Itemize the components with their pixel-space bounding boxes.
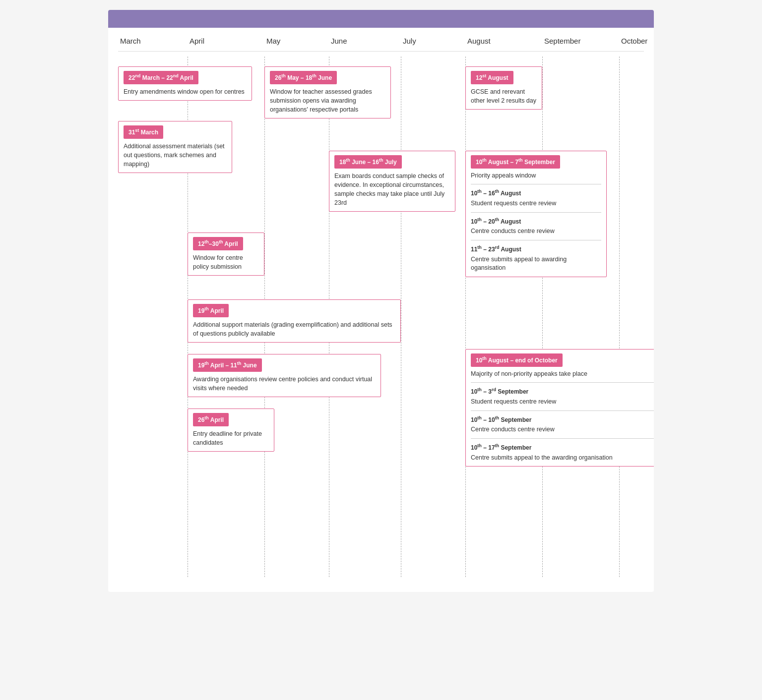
event-text: Awarding organisations review centre pol… — [193, 375, 376, 393]
section-text: Centre submits appeal to awarding ogansi… — [471, 255, 601, 273]
event-box: 19th AprilAdditional support materials (… — [188, 299, 401, 343]
timeline-area: MarchAprilMayJuneJulyAugustSeptemberOcto… — [108, 28, 654, 592]
section-subheading: 11th – 23rd August — [471, 244, 601, 254]
section-subheading: 10th – 16th August — [471, 188, 601, 198]
section-subheading: 10th – 10th September — [471, 415, 654, 424]
section-text: Centre conducts centre review — [471, 425, 654, 434]
page-header — [108, 10, 654, 28]
month-divider — [542, 57, 543, 577]
month-divider — [401, 57, 401, 577]
event-item-e11: 10th August – end of OctoberMajority of … — [465, 349, 654, 467]
event-box: 26th AprilEntry deadline for private can… — [188, 408, 274, 452]
event-badge: 26th April — [193, 413, 229, 426]
section-text: Centre submits appeal to the awarding or… — [471, 454, 654, 463]
event-item-e7: 19th April – 11th JuneAwarding organisat… — [188, 354, 381, 397]
event-badge: 22nd March – 22nd April — [124, 71, 198, 84]
event-box: 10th August – 7th SeptemberPriority appe… — [465, 151, 607, 277]
badge-row: 26th May – 18th June — [270, 71, 385, 84]
month-header: July — [401, 28, 465, 51]
event-item-e1: 22nd March – 22nd AprilEntry amendments … — [118, 66, 252, 101]
badge-row: 10th August – end of October — [471, 353, 654, 367]
section-text: Priority appeals window — [471, 172, 601, 180]
month-header: May — [264, 28, 329, 51]
event-item-e10: 10th August – 7th SeptemberPriority appe… — [465, 151, 607, 277]
event-badge: 12th–30th April — [193, 237, 243, 250]
event-badge: 18th June – 16th July — [334, 155, 402, 169]
month-header: October — [619, 28, 654, 51]
timeline-body: 22nd March – 22nd AprilEntry amendments … — [118, 57, 654, 577]
month-divider — [619, 57, 620, 577]
event-badge: 19th April – 11th June — [193, 358, 262, 372]
month-headers: MarchAprilMayJuneJulyAugustSeptemberOcto… — [118, 28, 644, 52]
badge-row: 22nd March – 22nd April — [124, 71, 247, 84]
event-item-e6: 19th AprilAdditional support materials (… — [188, 299, 401, 343]
event-badge: 10th August – 7th September — [471, 155, 560, 169]
badge-row: 10th August – 7th September — [471, 155, 601, 169]
badge-row: 19th April — [193, 304, 395, 317]
event-text: Additional assessment materials (set out… — [124, 142, 227, 169]
section-subheading: 10th – 3rd September — [471, 387, 654, 396]
badge-row: 18th June – 16th July — [334, 155, 450, 169]
month-header: June — [329, 28, 401, 51]
event-text: Entry amendments window open for centres — [124, 87, 247, 96]
section-text: Student requests centre review — [471, 398, 654, 407]
event-box: 10th August – end of OctoberMajority of … — [465, 349, 654, 467]
event-text: Window for centre policy submission — [193, 253, 259, 271]
event-text: Exam boards conduct sample checks of evi… — [334, 172, 450, 208]
event-item-e3: 26th May – 18th JuneWindow for teacher a… — [264, 66, 391, 118]
event-badge: 26th May – 18th June — [270, 71, 337, 84]
event-item-e2: 31st MarchAdditional assessment material… — [118, 121, 232, 173]
event-text: Entry deadline for private candidates — [193, 429, 269, 447]
month-header: August — [465, 28, 542, 51]
event-badge: 12st August — [471, 71, 513, 84]
event-box: 26th May – 18th JuneWindow for teacher a… — [264, 66, 391, 118]
month-header: April — [188, 28, 264, 51]
event-item-e5: 12th–30th AprilWindow for centre policy … — [188, 233, 264, 276]
event-box: 12st AugustGCSE and rerevant other level… — [465, 66, 542, 110]
section-text: Centre conducts centre review — [471, 227, 601, 236]
section-subheading: 10th – 17th September — [471, 443, 654, 452]
badge-row: 19th April – 11th June — [193, 358, 376, 372]
section-text: Majority of non-priority appeaks take pl… — [471, 370, 654, 379]
event-box: 18th June – 16th JulyExam boards conduct… — [329, 151, 455, 212]
page-container: MarchAprilMayJuneJulyAugustSeptemberOcto… — [108, 10, 654, 592]
event-box: 31st MarchAdditional assessment material… — [118, 121, 232, 173]
badge-row: 12th–30th April — [193, 237, 259, 250]
event-badge: 19th April — [193, 304, 229, 317]
month-divider — [465, 57, 466, 577]
event-badge: 31st March — [124, 125, 163, 139]
event-text: Window for teacher assessed grades submi… — [270, 87, 385, 114]
badge-row: 31st March — [124, 125, 227, 139]
timeline-wrapper: 22nd March – 22nd AprilEntry amendments … — [118, 57, 644, 577]
event-item-e4: 18th June – 16th JulyExam boards conduct… — [329, 151, 455, 212]
badge-row: 12st August — [471, 71, 537, 84]
section-subheading: 10th – 20th August — [471, 217, 601, 226]
event-badge: 10th August – end of October — [471, 353, 563, 367]
badge-row: 26th April — [193, 413, 269, 426]
event-text: GCSE and rerevant other level 2 results … — [471, 87, 537, 105]
event-box: 22nd March – 22nd AprilEntry amendments … — [118, 66, 252, 101]
event-item-e9: 12st AugustGCSE and rerevant other level… — [465, 66, 542, 110]
month-header: March — [118, 28, 188, 51]
event-box: 19th April – 11th JuneAwarding organisat… — [188, 354, 381, 397]
event-text: Additional support materials (grading ex… — [193, 320, 395, 338]
section-text: Student requests centre review — [471, 199, 601, 208]
month-header: September — [542, 28, 619, 51]
event-box: 12th–30th AprilWindow for centre policy … — [188, 233, 264, 276]
event-item-e8: 26th AprilEntry deadline for private can… — [188, 408, 274, 452]
